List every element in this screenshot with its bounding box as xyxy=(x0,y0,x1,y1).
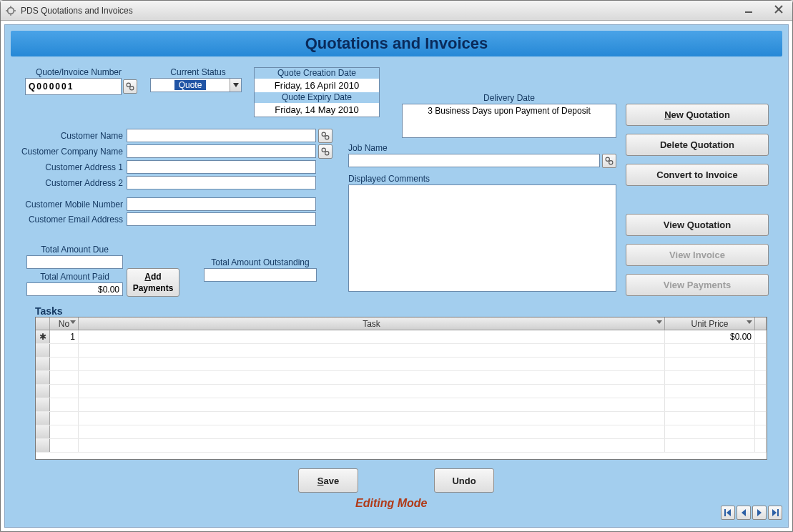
label-customer-company: Customer Company Name xyxy=(19,147,123,157)
label-customer-name: Customer Name xyxy=(19,131,123,141)
col-no[interactable]: No xyxy=(50,317,79,330)
customer-email-input[interactable] xyxy=(127,212,316,226)
binoculars-icon[interactable] xyxy=(602,154,616,168)
app-icon xyxy=(5,5,16,16)
col-task[interactable]: Task xyxy=(79,317,665,330)
cell-no[interactable]: 1 xyxy=(50,330,79,343)
delete-quotation-button[interactable]: Delete Quotation xyxy=(626,134,769,156)
expiry-date-field[interactable]: Friday, 14 May 2010 xyxy=(255,103,379,117)
svg-point-8 xyxy=(325,136,329,139)
label-quote-number: Quote/Invoice Number xyxy=(25,67,132,77)
label-customer-addr2: Customer Address 2 xyxy=(19,178,123,188)
binoculars-icon[interactable] xyxy=(318,144,333,159)
col-unit-price[interactable]: Unit Price xyxy=(665,317,755,330)
label-creation-date: Quote Creation Date xyxy=(255,68,379,79)
svg-marker-14 xyxy=(726,509,731,516)
total-paid-input[interactable] xyxy=(26,282,123,296)
lookup-quote-icon[interactable] xyxy=(123,79,137,94)
delivery-date-field[interactable]: 3 Business Days upon Payment of Deposit xyxy=(402,104,616,138)
label-customer-mobile: Customer Mobile Number xyxy=(19,200,123,210)
svg-marker-17 xyxy=(772,509,777,516)
window-title: PDS Quotations and Invoices xyxy=(21,6,133,16)
label-tasks: Tasks xyxy=(35,305,63,317)
customer-name-input[interactable] xyxy=(127,129,316,142)
job-name-input[interactable] xyxy=(348,154,600,167)
svg-marker-16 xyxy=(757,509,762,516)
binoculars-icon[interactable] xyxy=(318,129,333,143)
total-outstanding-input[interactable] xyxy=(204,268,317,282)
add-payments-button[interactable]: AddPayments xyxy=(127,268,179,297)
minimize-button[interactable] xyxy=(738,3,759,16)
grid-body: ✱ 1 $0.00 xyxy=(36,330,767,453)
new-quotation-button[interactable]: New Quotation xyxy=(626,104,769,126)
displayed-comments-field[interactable] xyxy=(348,184,616,292)
cell-task[interactable] xyxy=(79,330,665,343)
svg-point-11 xyxy=(606,157,609,161)
svg-point-0 xyxy=(8,7,14,14)
editing-mode-indicator: Editing Mode xyxy=(355,497,427,510)
label-expiry-date: Quote Expiry Date xyxy=(255,92,379,103)
svg-point-4 xyxy=(127,83,130,87)
label-current-status: Current Status xyxy=(148,67,248,77)
form-canvas: Quotations and Invoices Quote/Invoice Nu… xyxy=(4,24,789,528)
svg-point-7 xyxy=(322,132,325,136)
creation-date-field[interactable]: Friday, 16 April 2010 xyxy=(255,79,379,92)
col-blank xyxy=(755,317,767,330)
table-row[interactable]: ✱ 1 $0.00 xyxy=(36,330,767,344)
page-title: Quotations and Invoices xyxy=(11,31,782,56)
titlebar: PDS Quotations and Invoices xyxy=(1,1,792,21)
view-payments-button: View Payments xyxy=(626,274,769,296)
svg-marker-15 xyxy=(742,509,746,516)
undo-button[interactable]: Undo xyxy=(434,468,494,493)
first-record-button[interactable] xyxy=(721,506,735,520)
status-dropdown[interactable]: Quote xyxy=(150,78,242,92)
cell-unit-price[interactable]: $0.00 xyxy=(665,330,755,343)
chevron-down-icon xyxy=(230,79,241,92)
label-customer-addr1: Customer Address 1 xyxy=(19,162,123,172)
status-selected: Quote xyxy=(174,80,207,90)
save-button[interactable]: Save xyxy=(298,468,358,493)
label-delivery-date: Delivery Date xyxy=(402,93,616,103)
close-button[interactable] xyxy=(768,3,789,16)
label-job-name: Job Name xyxy=(348,143,420,153)
label-total-paid: Total Amount Paid xyxy=(26,272,123,282)
svg-point-5 xyxy=(130,87,134,90)
convert-to-invoice-button[interactable]: Convert to Invoice xyxy=(626,164,769,186)
view-quotation-button[interactable]: View Quotation xyxy=(626,214,769,236)
window-frame: PDS Quotations and Invoices Quotations a… xyxy=(0,0,793,532)
last-record-button[interactable] xyxy=(768,506,782,520)
label-customer-email: Customer Email Address xyxy=(19,215,123,225)
label-total-due: Total Amount Due xyxy=(26,245,123,255)
svg-marker-6 xyxy=(233,83,239,87)
tasks-grid[interactable]: No Task Unit Price ✱ 1 $0.00 xyxy=(35,317,767,460)
next-record-button[interactable] xyxy=(752,506,767,520)
new-row-indicator-icon: ✱ xyxy=(36,330,50,343)
prev-record-button[interactable] xyxy=(737,506,751,520)
customer-addr2-input[interactable] xyxy=(127,176,316,189)
label-total-outstanding: Total Amount Outstanding xyxy=(200,257,321,267)
customer-company-input[interactable] xyxy=(127,144,316,158)
quote-number-input[interactable] xyxy=(25,78,122,95)
svg-point-9 xyxy=(322,148,325,152)
record-navigator xyxy=(721,506,782,520)
grid-corner xyxy=(36,317,50,330)
customer-addr1-input[interactable] xyxy=(127,160,316,174)
svg-point-10 xyxy=(325,152,329,155)
customer-mobile-input[interactable] xyxy=(127,197,316,211)
label-displayed-comments: Displayed Comments xyxy=(348,174,491,184)
view-invoice-button: View Invoice xyxy=(626,244,769,266)
total-due-input[interactable] xyxy=(26,255,123,269)
svg-point-12 xyxy=(609,161,613,164)
